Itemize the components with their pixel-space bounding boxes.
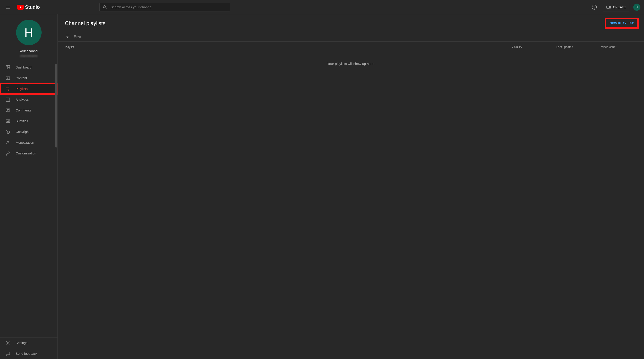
filter-row: [58, 31, 644, 42]
help-button[interactable]: [590, 3, 599, 12]
create-video-icon: [606, 5, 611, 10]
analytics-icon: [5, 97, 10, 102]
account-avatar[interactable]: H: [633, 4, 640, 11]
sidebar-item-label: Content: [16, 76, 27, 80]
sidebar-item-label: Comments: [16, 109, 31, 112]
copyright-icon: [5, 129, 10, 134]
svg-rect-3: [6, 66, 8, 67]
sidebar-item-label: Playlists: [16, 87, 28, 91]
side-nav: Dashboard Content Playlists Analytics Co…: [0, 62, 58, 337]
sidebar-footer: Settings Send feedback: [0, 337, 58, 359]
studio-logo[interactable]: Studio: [17, 4, 40, 10]
page-header: Channel playlists NEW PLAYLIST: [58, 14, 644, 31]
subtitles-icon: [5, 119, 10, 124]
svg-point-14: [8, 152, 8, 152]
channel-avatar[interactable]: H: [16, 20, 42, 45]
search-icon: [102, 5, 107, 10]
playlists-icon: [5, 86, 10, 91]
topbar-right: CREATE H: [590, 3, 640, 12]
sidebar-scrollbar[interactable]: [55, 64, 57, 148]
column-last-updated[interactable]: Last updated: [556, 45, 601, 49]
dashboard-icon: [5, 65, 10, 70]
sidebar-item-content[interactable]: Content: [0, 73, 58, 84]
sidebar-item-feedback[interactable]: Send feedback: [0, 348, 58, 359]
menu-button[interactable]: [4, 3, 12, 12]
sidebar-item-subtitles[interactable]: Subtitles: [0, 116, 58, 126]
svg-rect-9: [6, 109, 10, 112]
channel-block: H Your channel channelname: [0, 14, 58, 62]
sidebar-item-analytics[interactable]: Analytics: [0, 94, 58, 105]
logo-text: Studio: [25, 4, 40, 10]
column-video-count[interactable]: Video count: [601, 45, 637, 49]
svg-point-12: [9, 152, 10, 152]
hamburger-icon: [5, 5, 11, 10]
page-title: Channel playlists: [65, 20, 105, 27]
search-wrap: [100, 3, 230, 12]
sidebar-item-comments[interactable]: Comments: [0, 105, 58, 116]
sidebar-item-copyright[interactable]: Copyright: [0, 126, 58, 137]
svg-point-11: [6, 130, 10, 134]
column-visibility[interactable]: Visibility: [512, 45, 556, 49]
sidebar-item-settings[interactable]: Settings: [0, 337, 58, 348]
svg-rect-4: [8, 66, 10, 68]
comments-icon: [5, 108, 10, 113]
create-button[interactable]: CREATE: [603, 3, 629, 12]
content-icon: [5, 76, 10, 81]
svg-rect-5: [6, 67, 8, 69]
filter-icon: [65, 34, 70, 39]
svg-rect-10: [6, 120, 10, 123]
topbar: Studio CREATE H: [0, 0, 644, 14]
sidebar-item-monetization[interactable]: Monetization: [0, 137, 58, 148]
svg-point-1: [594, 8, 595, 9]
help-icon: [592, 5, 597, 10]
svg-rect-6: [8, 68, 10, 69]
empty-state-message: Your playlists will show up here.: [58, 52, 644, 75]
sidebar-item-label: Dashboard: [16, 66, 32, 69]
svg-point-13: [9, 152, 10, 153]
search-input[interactable]: [110, 5, 227, 9]
sidebar-item-label: Settings: [16, 341, 27, 345]
table-header: Playlist Visibility Last updated Video c…: [58, 42, 644, 52]
main-content: Channel playlists NEW PLAYLIST Playlist …: [58, 14, 644, 359]
sidebar: H Your channel channelname Dashboard Con…: [0, 14, 58, 359]
sidebar-item-label: Monetization: [16, 141, 34, 144]
sidebar-item-dashboard[interactable]: Dashboard: [0, 62, 58, 73]
sidebar-item-customization[interactable]: Customization: [0, 148, 58, 159]
sidebar-item-playlists[interactable]: Playlists: [0, 84, 58, 94]
svg-point-15: [7, 342, 8, 343]
youtube-play-icon: [17, 5, 24, 10]
sidebar-item-label: Subtitles: [16, 119, 28, 123]
sidebar-item-label: Copyright: [16, 130, 30, 134]
monetization-icon: [5, 140, 10, 145]
column-playlist[interactable]: Playlist: [65, 45, 512, 49]
sidebar-item-label: Customization: [16, 152, 36, 155]
gear-icon: [5, 340, 10, 345]
sidebar-item-label: Send feedback: [16, 352, 37, 355]
channel-name: channelname: [20, 54, 37, 58]
your-channel-label: Your channel: [19, 49, 38, 53]
sidebar-item-label: Analytics: [16, 98, 28, 101]
new-playlist-button[interactable]: NEW PLAYLIST: [606, 20, 637, 27]
create-label: CREATE: [613, 5, 626, 9]
search-box[interactable]: [100, 3, 230, 12]
feedback-icon: [5, 351, 10, 356]
filter-input[interactable]: [74, 35, 637, 38]
customization-icon: [5, 151, 10, 156]
